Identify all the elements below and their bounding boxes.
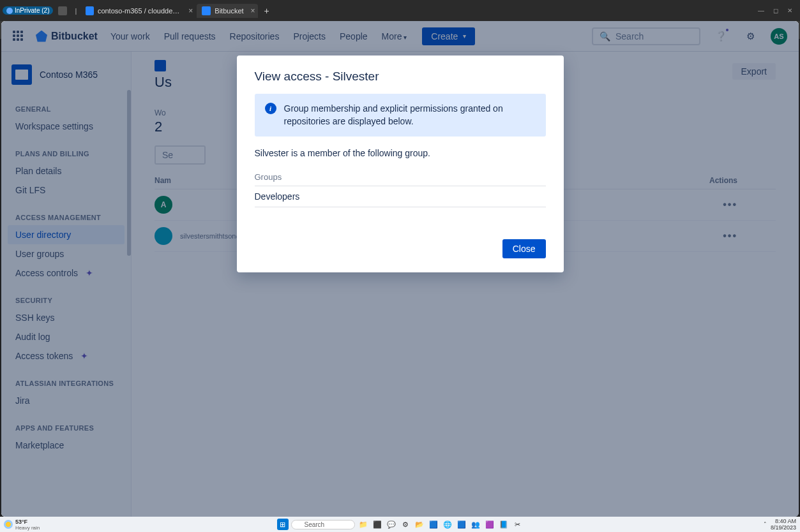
taskbar-app-icon[interactable]: ⬛ [372, 519, 383, 530]
taskbar-app-icon[interactable]: 🟪 [484, 519, 495, 530]
minimize-icon[interactable]: — [758, 7, 764, 14]
taskbar-app-icon[interactable]: 💬 [386, 519, 397, 530]
close-window-icon[interactable]: ✕ [787, 7, 792, 14]
tab-close-icon[interactable]: × [188, 6, 193, 15]
taskbar: 53°F Heavy rain ⊞ Search 📁 ⬛ 💬 ⚙ 📂 🟦 🌐 🟦… [0, 517, 800, 532]
inprivate-badge: InPrivate (2) [3, 6, 53, 15]
taskbar-app-icon[interactable]: 🟦 [456, 519, 467, 530]
taskbar-app-icon[interactable]: ✂ [512, 519, 524, 530]
app-viewport: Bitbucket Your work Pull requests Reposi… [1, 21, 799, 517]
weather-condition: Heavy rain [15, 525, 40, 531]
taskbar-app-icon[interactable]: 📘 [498, 519, 509, 530]
taskbar-app-icon[interactable]: 🟦 [428, 519, 439, 530]
info-box: i Group membership and explicit permissi… [255, 94, 546, 137]
browser-tab-1[interactable]: contoso-m365 / clouddemo — × [80, 4, 195, 18]
temperature: 53°F [15, 519, 40, 525]
taskbar-app-icon[interactable]: 👥 [470, 519, 481, 530]
clock-time: 8:40 AM [771, 518, 796, 524]
browser-tab-2[interactable]: Bitbucket × [197, 4, 257, 18]
taskbar-search[interactable]: Search [291, 520, 355, 529]
window-controls: — ◻ ✕ [758, 7, 797, 14]
info-icon: i [265, 103, 276, 114]
new-tab-button[interactable]: + [259, 6, 275, 16]
member-text: Silvester is a member of the following g… [255, 148, 546, 158]
info-text: Group membership and explicit permission… [284, 103, 536, 128]
tab-title: contoso-m365 / clouddemo — [98, 7, 181, 15]
groups-header: Groups [255, 168, 546, 186]
taskbar-app-icon[interactable]: 📁 [358, 519, 369, 530]
start-icon[interactable]: ⊞ [277, 519, 289, 530]
view-access-modal: View access - Silvester i Group membersh… [237, 55, 564, 272]
group-row: Developers [255, 186, 546, 207]
browser-titlebar: InPrivate (2) | contoso-m365 / clouddemo… [0, 0, 800, 21]
maximize-icon[interactable]: ◻ [773, 7, 778, 14]
tab-title: Bitbucket [215, 7, 243, 15]
taskbar-app-icon[interactable]: 🌐 [442, 519, 453, 530]
taskbar-app-icon[interactable]: ⚙ [400, 519, 411, 530]
tab-close-icon[interactable]: × [251, 6, 255, 15]
weather-icon [4, 520, 13, 529]
tray-icon[interactable]: ˄ [764, 521, 767, 528]
taskbar-app-icon[interactable]: 📂 [414, 519, 425, 530]
modal-title: View access - Silvester [255, 70, 546, 84]
clock-date: 8/19/2023 [771, 524, 796, 531]
weather-widget[interactable]: 53°F Heavy rain [4, 519, 40, 531]
tab-separator: | [75, 7, 77, 15]
tab-icon[interactable] [58, 6, 67, 15]
close-button[interactable]: Close [502, 239, 546, 258]
